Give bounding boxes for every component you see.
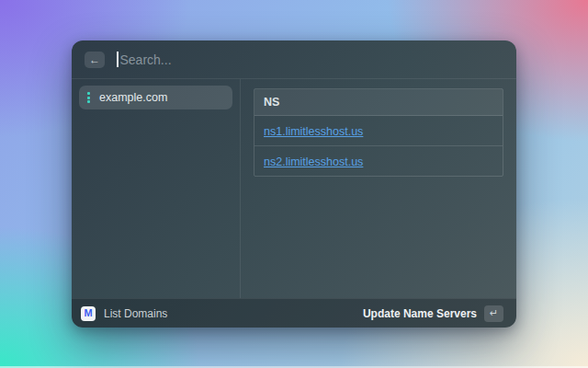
sidebar-item-label: example.com: [99, 91, 167, 104]
enter-key-icon: ↵: [484, 305, 503, 322]
search-bar: ←: [72, 40, 516, 79]
sidebar-item-domain[interactable]: example.com: [79, 86, 232, 109]
app-window: ← example.com NS ns1.limitlesshost.us ns…: [72, 40, 516, 328]
main-area: example.com NS ns1.limitlesshost.us ns2.…: [72, 79, 516, 298]
back-arrow-icon: ←: [89, 54, 100, 65]
action-bar: M List Domains Update Name Servers ↵: [72, 298, 516, 328]
domain-favicon-icon: [87, 92, 90, 103]
action-bar-left: M List Domains: [81, 306, 167, 321]
ns1-link[interactable]: ns1.limitlesshost.us: [264, 125, 363, 138]
ns-table: NS ns1.limitlesshost.us ns2.limitlesshos…: [254, 88, 503, 177]
detail-panel: NS ns1.limitlesshost.us ns2.limitlesshos…: [241, 79, 516, 298]
update-name-servers-button[interactable]: Update Name Servers ↵: [359, 303, 507, 325]
action-label: Update Name Servers: [363, 307, 477, 320]
command-title: List Domains: [104, 307, 167, 320]
search-input[interactable]: [120, 52, 504, 67]
ns2-link[interactable]: ns2.limitlesshost.us: [264, 155, 363, 168]
back-button[interactable]: ←: [85, 52, 105, 68]
table-row: ns2.limitlesshost.us: [254, 145, 503, 176]
text-caret: [117, 52, 119, 67]
ns-table-header: NS: [254, 89, 503, 116]
table-row: ns1.limitlesshost.us: [254, 116, 503, 145]
sidebar: example.com: [72, 79, 240, 298]
app-logo-icon: M: [81, 306, 96, 321]
